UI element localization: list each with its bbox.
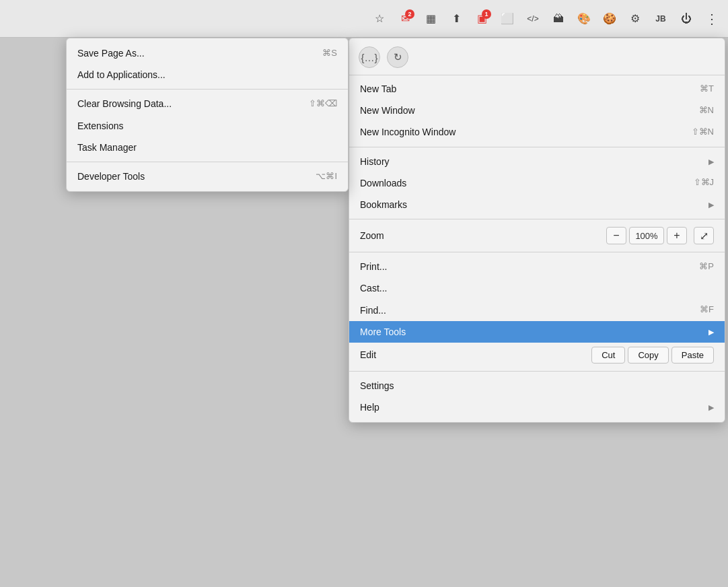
more-icon[interactable]: ⋮	[701, 8, 723, 30]
menu-item-new-tab-label: New Tab	[360, 83, 686, 95]
menu-item-downloads[interactable]: Downloads ⇧⌘J	[349, 172, 725, 194]
upload-icon[interactable]: ⬆	[445, 8, 467, 30]
edit-buttons: Cut Copy Paste	[591, 347, 714, 364]
paste-button[interactable]: Paste	[671, 347, 714, 364]
zoom-controls: − 100% + ⤢	[606, 227, 714, 244]
menu-item-incognito-shortcut: ⇧⌘N	[692, 127, 714, 138]
help-arrow-icon: ▶	[708, 403, 714, 412]
separator-1	[349, 147, 725, 147]
menu-item-new-window-label: New Window	[360, 104, 686, 116]
menu-item-downloads-label: Downloads	[360, 177, 680, 189]
menu-item-find[interactable]: Find... ⌘F	[349, 300, 725, 321]
sub-menu-item-dev-tools-label: Developer Tools	[77, 170, 302, 182]
sub-menu-item-add-to-apps-label: Add to Applications...	[77, 69, 337, 81]
menu-item-bookmarks[interactable]: Bookmarks ▶	[349, 194, 725, 215]
menu-item-incognito[interactable]: New Incognito Window ⇧⌘N	[349, 121, 725, 143]
menu-item-downloads-shortcut: ⇧⌘J	[694, 177, 715, 188]
menu-item-print[interactable]: Print... ⌘P	[349, 256, 725, 277]
screencast-icon[interactable]: ▣ 1	[471, 8, 493, 30]
sub-menu-item-extensions[interactable]: Extensions	[67, 115, 348, 137]
edit-row: Edit Cut Copy Paste	[349, 343, 725, 368]
menu-item-incognito-label: New Incognito Window	[360, 126, 678, 138]
menu-item-find-shortcut: ⌘F	[700, 304, 714, 316]
photo-icon[interactable]: ⬜	[497, 8, 518, 30]
sub-menu-item-save-page-label: Save Page As...	[77, 47, 309, 59]
menu-item-cast-label: Cast...	[360, 282, 714, 294]
sub-menu-item-save-page-shortcut: ⌘S	[322, 48, 337, 59]
zoom-row: Zoom − 100% + ⤢	[349, 223, 725, 248]
menu-item-history[interactable]: History ▶	[349, 151, 725, 172]
menu-item-help-label: Help	[360, 401, 703, 413]
zoom-in-button[interactable]: +	[667, 227, 687, 244]
edit-label: Edit	[360, 349, 591, 360]
separator-2	[349, 219, 725, 219]
sub-separator-2	[67, 162, 348, 162]
menu-item-new-tab-shortcut: ⌘T	[700, 83, 714, 95]
sub-menu-item-dev-tools-shortcut: ⌥⌘I	[316, 171, 337, 182]
zoom-label: Zoom	[360, 230, 606, 241]
json-icon-btn[interactable]: {…}	[359, 46, 380, 68]
screencast-badge: 1	[482, 9, 491, 19]
more-tools-arrow-icon: ▶	[708, 327, 714, 337]
code-icon[interactable]: </>	[522, 8, 544, 30]
refresh-icon-btn[interactable]: ↻	[387, 46, 408, 68]
menu-item-more-tools[interactable]: More Tools ▶	[349, 321, 725, 343]
menu-item-print-label: Print...	[360, 261, 686, 273]
mail-badge: 2	[405, 9, 414, 19]
history-arrow-icon: ▶	[708, 157, 714, 166]
settings-icon[interactable]: ⚙	[624, 8, 646, 30]
menu-item-settings[interactable]: Settings	[349, 375, 725, 396]
sub-menu-item-task-manager-label: Task Manager	[77, 141, 337, 153]
main-menu: {…} ↻ New Tab ⌘T New Window ⌘N New Incog…	[349, 38, 725, 423]
menu-item-new-tab[interactable]: New Tab ⌘T	[349, 78, 725, 100]
separator-4	[349, 371, 725, 372]
sub-menu-item-clear-data-shortcut: ⇧⌘⌫	[309, 98, 337, 110]
image-icon[interactable]: 🏔	[548, 8, 569, 30]
cut-button[interactable]: Cut	[591, 347, 625, 364]
bookmarks-arrow-icon: ▶	[708, 200, 714, 209]
toolbar-icons: ☆ ✉ 2 ▦ ⬆ ▣ 1 ⬜ </> 🏔 🎨 🍪 ⚙ JB ⏻ ⋮	[369, 8, 723, 30]
sub-menu-item-save-page[interactable]: Save Page As... ⌘S	[67, 42, 348, 64]
zoom-out-button[interactable]: −	[606, 227, 626, 244]
power-icon[interactable]: ⏻	[676, 8, 697, 30]
menu-item-history-label: History	[360, 156, 703, 168]
menu-item-bookmarks-label: Bookmarks	[360, 199, 703, 211]
toolbar: ☆ ✉ 2 ▦ ⬆ ▣ 1 ⬜ </> 🏔 🎨 🍪 ⚙ JB ⏻ ⋮	[0, 0, 728, 38]
sub-menu-item-task-manager[interactable]: Task Manager	[67, 137, 348, 158]
menu-item-help[interactable]: Help ▶	[349, 396, 725, 418]
sub-menu-item-clear-data-label: Clear Browsing Data...	[77, 98, 295, 110]
sub-menu-item-extensions-label: Extensions	[77, 120, 337, 132]
sub-separator-1	[67, 89, 348, 90]
sub-menu-item-clear-data[interactable]: Clear Browsing Data... ⇧⌘⌫	[67, 93, 348, 114]
cookie-icon[interactable]: 🍪	[599, 8, 620, 30]
calendar-icon[interactable]: ▦	[420, 8, 441, 30]
zoom-value-display: 100%	[629, 227, 664, 244]
menu-item-new-window-shortcut: ⌘N	[699, 105, 714, 116]
fullscreen-button[interactable]: ⤢	[694, 227, 714, 244]
separator-3	[349, 252, 725, 252]
profile-icon[interactable]: JB	[650, 8, 671, 30]
sub-menu-item-add-to-apps[interactable]: Add to Applications...	[67, 64, 348, 85]
menu-item-settings-label: Settings	[360, 380, 714, 392]
copy-button[interactable]: Copy	[628, 347, 668, 364]
menu-item-print-shortcut: ⌘P	[699, 261, 714, 273]
menu-item-more-tools-label: More Tools	[360, 326, 703, 338]
sub-menu-more-tools: Save Page As... ⌘S Add to Applications..…	[66, 38, 349, 192]
menu-item-cast[interactable]: Cast...	[349, 277, 725, 299]
menu-item-find-label: Find...	[360, 304, 686, 316]
color-icon[interactable]: 🎨	[573, 8, 595, 30]
menu-top-icons-row: {…} ↻	[349, 42, 725, 75]
sub-menu-item-dev-tools[interactable]: Developer Tools ⌥⌘I	[67, 166, 348, 187]
bookmark-icon[interactable]: ☆	[369, 8, 390, 30]
mail-icon[interactable]: ✉ 2	[394, 8, 416, 30]
menu-item-new-window[interactable]: New Window ⌘N	[349, 100, 725, 121]
